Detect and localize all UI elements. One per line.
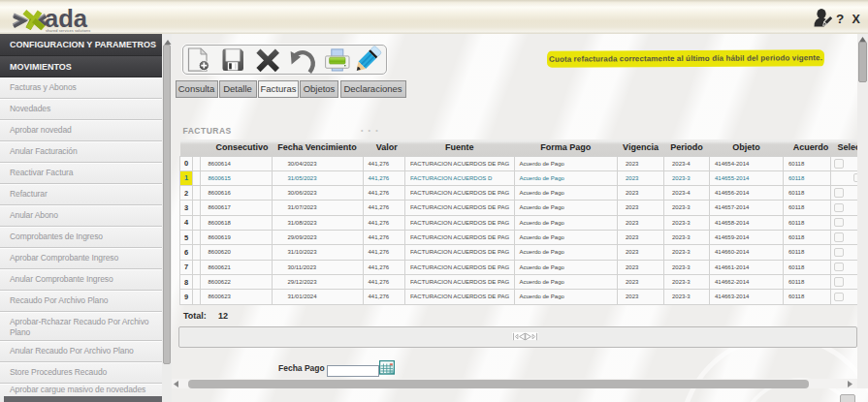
svg-text:X: X (852, 13, 861, 26)
svg-text:ada: ada (45, 5, 88, 32)
svg-text:shared services solutions: shared services solutions (46, 29, 90, 33)
svg-text:?: ? (836, 12, 844, 26)
